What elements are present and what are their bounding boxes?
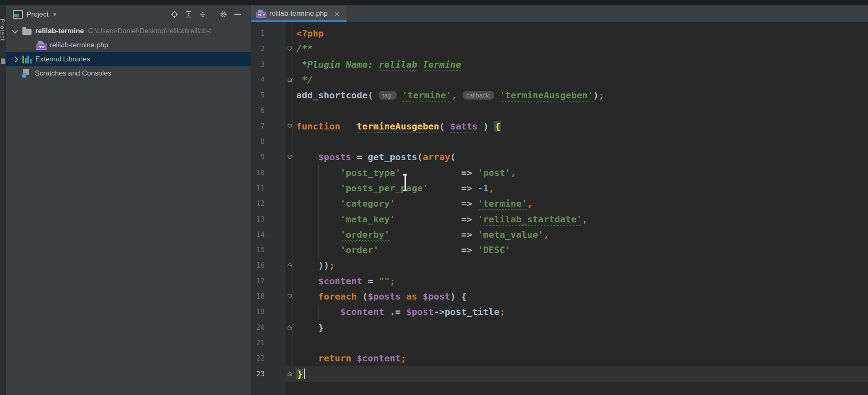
- editor-area: PHP relilab-termine.php × 1<?php2/**3 *P…: [251, 5, 868, 395]
- fold-marker-icon[interactable]: [287, 324, 293, 330]
- code-line[interactable]: 22 return $content;: [251, 351, 868, 366]
- line-number: 13: [251, 212, 265, 227]
- code-editor[interactable]: 1<?php2/**3 *Plugin Name: relilab Termin…: [251, 22, 868, 395]
- code-line[interactable]: 21: [251, 335, 868, 351]
- editor-tab-bar: PHP relilab-termine.php ×: [251, 5, 868, 22]
- fold-marker-icon[interactable]: [287, 293, 293, 299]
- line-number: 7: [251, 119, 265, 134]
- line-number: 4: [251, 72, 265, 88]
- code-text[interactable]: function termineAusgeben( $atts ) {: [296, 119, 501, 134]
- code-line[interactable]: 5add_shortcode( tag: 'termine', callback…: [251, 88, 868, 103]
- code-text[interactable]: $content = "";: [296, 273, 395, 289]
- gutter-fold-column: [265, 180, 296, 196]
- php-file-icon: PHP: [256, 10, 265, 17]
- tree-row-scratches[interactable]: Scratches and Consoles: [6, 66, 251, 80]
- line-number: 10: [251, 165, 265, 180]
- code-text[interactable]: <?php: [296, 26, 324, 41]
- code-line[interactable]: 15 'order' => 'DESC': [251, 242, 868, 258]
- gutter-fold-column: [265, 103, 296, 118]
- code-text[interactable]: $posts = get_posts(array(: [296, 149, 456, 165]
- code-line[interactable]: 1<?php: [251, 26, 868, 41]
- code-text[interactable]: return $content;: [296, 351, 406, 366]
- tool-window-mini-icon[interactable]: [1, 59, 5, 64]
- window-top-strip: [0, 0, 868, 5]
- expand-all-icon[interactable]: [185, 10, 193, 18]
- code-line[interactable]: 11 'posts_per_page' => -1,: [251, 180, 868, 196]
- code-text[interactable]: $content .= $post->post_title;: [296, 304, 505, 319]
- code-text[interactable]: }: [296, 320, 324, 335]
- code-line[interactable]: 16 ));: [251, 258, 868, 273]
- settings-gear-icon[interactable]: [219, 10, 227, 18]
- locate-file-icon[interactable]: [171, 10, 178, 18]
- code-content[interactable]: 1<?php2/**3 *Plugin Name: relilab Termin…: [251, 26, 868, 382]
- line-number: 23: [251, 366, 265, 382]
- chevron-right-icon[interactable]: [12, 56, 19, 63]
- code-line[interactable]: 7function termineAusgeben( $atts ) {: [251, 119, 868, 134]
- code-line[interactable]: 10 'post_type' => 'post',: [251, 165, 868, 180]
- tree-row-project-root[interactable]: relilab-termine C:\Users\Daniel\Desktop\…: [6, 24, 251, 38]
- chevron-down-icon[interactable]: [12, 27, 19, 34]
- code-text[interactable]: }: [296, 366, 305, 382]
- code-line[interactable]: 18 foreach ($posts as $post) {: [251, 289, 868, 304]
- gutter-fold-column: [265, 41, 296, 56]
- code-line[interactable]: 20 }: [251, 320, 868, 335]
- fold-marker-icon[interactable]: [287, 123, 293, 129]
- gutter-fold-column: [265, 134, 296, 149]
- code-line[interactable]: 6: [251, 103, 868, 118]
- code-text[interactable]: 'meta_key' => 'relilab_startdate',: [296, 212, 588, 227]
- chevron-down-icon[interactable]: ▼: [52, 12, 57, 17]
- line-number: 14: [251, 227, 265, 242]
- mouse-cursor-ibeam: [402, 174, 408, 191]
- gutter-fold-column: [265, 273, 296, 289]
- code-line[interactable]: 19 $content .= $post->post_title;: [251, 304, 868, 319]
- project-stripe-button[interactable]: Project: [0, 19, 6, 41]
- scratches-icon: [21, 69, 31, 78]
- gutter-fold-column: [265, 258, 296, 273]
- hide-panel-icon[interactable]: [234, 10, 241, 18]
- code-line[interactable]: 3 *Plugin Name: relilab Termine: [251, 57, 868, 72]
- project-panel: Project ▼ relilab-termine C:\Users\Danie…: [6, 5, 251, 395]
- tree-item-label[interactable]: relilab-termine.php: [50, 41, 108, 49]
- fold-marker-icon[interactable]: [287, 46, 293, 51]
- code-text[interactable]: 'order' => 'DESC': [296, 242, 511, 258]
- code-text[interactable]: 'category' => 'termine',: [296, 196, 533, 211]
- fold-marker-icon[interactable]: [287, 154, 293, 160]
- gutter-fold-column: [265, 335, 296, 351]
- gutter-fold-column: [265, 242, 296, 258]
- fold-marker-icon[interactable]: [287, 77, 293, 83]
- tree-row-external-libraries[interactable]: External Libraries: [6, 52, 251, 66]
- code-line[interactable]: 12 'category' => 'termine',: [251, 196, 868, 211]
- gutter-fold-column: [265, 57, 296, 72]
- tree-item-label[interactable]: relilab-termine: [35, 27, 84, 35]
- code-text[interactable]: */: [296, 72, 313, 88]
- code-line[interactable]: 2/**: [251, 41, 868, 56]
- code-line[interactable]: 4 */: [251, 72, 868, 88]
- tree-item-label[interactable]: External Libraries: [35, 55, 90, 63]
- fold-marker-icon[interactable]: [287, 262, 293, 268]
- code-text[interactable]: /**: [296, 41, 313, 56]
- code-line[interactable]: 23}: [251, 366, 868, 382]
- tab-title[interactable]: relilab-termine.php: [269, 10, 328, 18]
- tab-close-icon[interactable]: ×: [334, 9, 341, 19]
- code-line[interactable]: 8: [251, 134, 868, 149]
- code-text[interactable]: ));: [296, 258, 335, 273]
- code-line[interactable]: 14 'orderby' => 'meta_value',: [251, 227, 868, 242]
- tree-row-php-file[interactable]: PHP relilab-termine.php: [6, 38, 251, 52]
- fold-marker-icon[interactable]: [287, 371, 293, 377]
- code-text[interactable]: 'posts_per_page' => -1,: [296, 180, 494, 196]
- collapse-all-icon[interactable]: [199, 10, 207, 18]
- editor-tab-active[interactable]: PHP relilab-termine.php ×: [251, 5, 346, 22]
- code-text[interactable]: foreach ($posts as $post) {: [296, 289, 467, 304]
- line-number: 15: [251, 242, 265, 258]
- toolbar-separator: [213, 10, 213, 19]
- code-line[interactable]: 9 $posts = get_posts(array(: [251, 149, 868, 165]
- gutter-fold-column: [265, 196, 296, 211]
- gutter-fold-column: [265, 165, 296, 180]
- code-text[interactable]: add_shortcode( tag: 'termine', callback:…: [296, 88, 604, 103]
- code-line[interactable]: 13 'meta_key' => 'relilab_startdate',: [251, 212, 868, 227]
- code-text[interactable]: 'orderby' => 'meta_value',: [296, 227, 549, 242]
- project-panel-title[interactable]: Project: [27, 10, 49, 19]
- tree-item-label[interactable]: Scratches and Consoles: [35, 69, 111, 78]
- code-text[interactable]: *Plugin Name: relilab Termine: [296, 57, 461, 72]
- code-line[interactable]: 17 $content = "";: [251, 273, 868, 289]
